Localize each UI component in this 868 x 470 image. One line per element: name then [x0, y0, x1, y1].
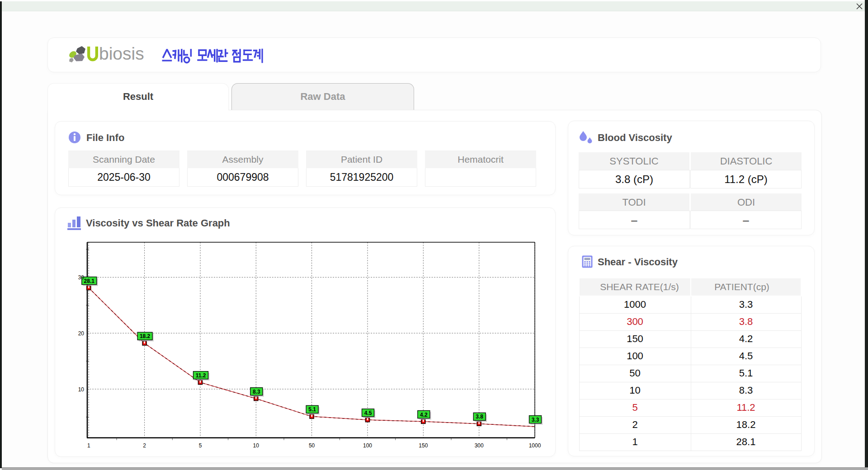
svg-text:5: 5	[199, 442, 202, 449]
svg-text:30: 30	[78, 274, 85, 281]
svg-text:20: 20	[78, 330, 85, 337]
svg-text:10: 10	[78, 386, 85, 393]
svg-text:5.1: 5.1	[308, 406, 316, 413]
svg-text:300: 300	[475, 442, 484, 449]
svg-text:1000: 1000	[529, 442, 541, 449]
svg-text:10: 10	[253, 442, 259, 449]
svg-text:4.5: 4.5	[364, 410, 372, 416]
svg-text:8.3: 8.3	[253, 389, 260, 395]
svg-text:4.2: 4.2	[420, 412, 428, 418]
svg-text:11.2: 11.2	[196, 372, 206, 379]
svg-text:50: 50	[309, 442, 315, 449]
svg-text:18.2: 18.2	[140, 333, 151, 339]
svg-text:2: 2	[143, 442, 146, 449]
svg-text:100: 100	[363, 442, 372, 449]
svg-text:1: 1	[87, 442, 90, 449]
svg-text:150: 150	[419, 442, 428, 449]
svg-text:28.1: 28.1	[84, 278, 95, 284]
svg-text:3.3: 3.3	[532, 417, 539, 423]
svg-text:3.8: 3.8	[476, 414, 483, 420]
